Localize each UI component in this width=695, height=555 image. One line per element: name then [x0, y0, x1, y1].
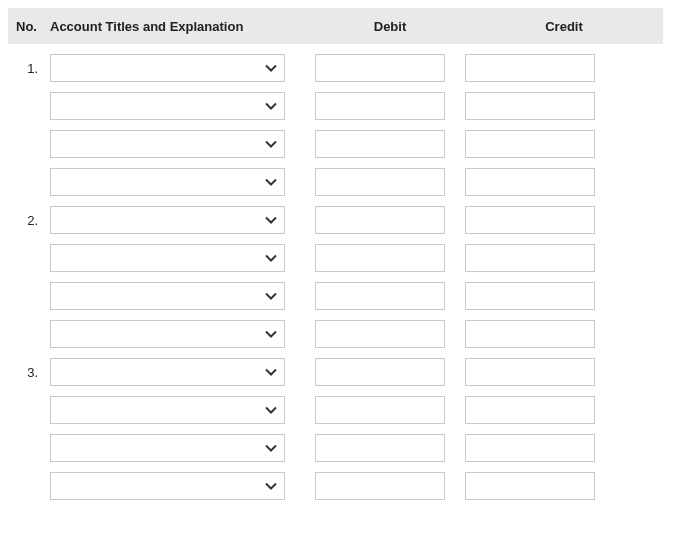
header-debit: Debit [315, 19, 465, 34]
table-row [8, 82, 663, 120]
table-row [8, 462, 663, 500]
header-no: No. [8, 19, 50, 34]
account-select[interactable] [50, 320, 285, 348]
credit-input[interactable] [465, 244, 595, 272]
account-select-value[interactable] [50, 168, 285, 196]
account-select[interactable] [50, 396, 285, 424]
account-select[interactable] [50, 168, 285, 196]
account-select[interactable] [50, 244, 285, 272]
table-row [8, 386, 663, 424]
account-select-value[interactable] [50, 396, 285, 424]
debit-input[interactable] [315, 320, 445, 348]
row-number: 3. [8, 365, 50, 380]
account-select-value[interactable] [50, 282, 285, 310]
account-select[interactable] [50, 54, 285, 82]
table-row: 3. [8, 348, 663, 386]
account-select-value[interactable] [50, 434, 285, 462]
debit-input[interactable] [315, 282, 445, 310]
account-select-value[interactable] [50, 92, 285, 120]
account-select-value[interactable] [50, 244, 285, 272]
debit-input[interactable] [315, 92, 445, 120]
debit-input[interactable] [315, 358, 445, 386]
table-row: 1. [8, 44, 663, 82]
credit-input[interactable] [465, 206, 595, 234]
account-select[interactable] [50, 92, 285, 120]
credit-input[interactable] [465, 282, 595, 310]
table-header: No. Account Titles and Explanation Debit… [8, 8, 663, 44]
table-row: 2. [8, 196, 663, 234]
account-select[interactable] [50, 358, 285, 386]
header-credit: Credit [465, 19, 663, 34]
debit-input[interactable] [315, 396, 445, 424]
row-number: 1. [8, 61, 50, 76]
debit-input[interactable] [315, 168, 445, 196]
debit-input[interactable] [315, 472, 445, 500]
account-select-value[interactable] [50, 206, 285, 234]
credit-input[interactable] [465, 130, 595, 158]
table-row [8, 310, 663, 348]
account-select[interactable] [50, 282, 285, 310]
debit-input[interactable] [315, 54, 445, 82]
credit-input[interactable] [465, 168, 595, 196]
credit-input[interactable] [465, 358, 595, 386]
row-number: 2. [8, 213, 50, 228]
table-row [8, 158, 663, 196]
account-select-value[interactable] [50, 472, 285, 500]
credit-input[interactable] [465, 92, 595, 120]
account-select-value[interactable] [50, 358, 285, 386]
debit-input[interactable] [315, 244, 445, 272]
account-select[interactable] [50, 206, 285, 234]
credit-input[interactable] [465, 396, 595, 424]
account-select-value[interactable] [50, 54, 285, 82]
account-select[interactable] [50, 434, 285, 462]
table-row [8, 424, 663, 462]
account-select[interactable] [50, 472, 285, 500]
credit-input[interactable] [465, 54, 595, 82]
credit-input[interactable] [465, 434, 595, 462]
debit-input[interactable] [315, 434, 445, 462]
account-select-value[interactable] [50, 130, 285, 158]
credit-input[interactable] [465, 320, 595, 348]
debit-input[interactable] [315, 130, 445, 158]
credit-input[interactable] [465, 472, 595, 500]
table-row [8, 272, 663, 310]
table-row [8, 234, 663, 272]
table-row [8, 120, 663, 158]
account-select-value[interactable] [50, 320, 285, 348]
header-account: Account Titles and Explanation [50, 19, 315, 34]
account-select[interactable] [50, 130, 285, 158]
debit-input[interactable] [315, 206, 445, 234]
